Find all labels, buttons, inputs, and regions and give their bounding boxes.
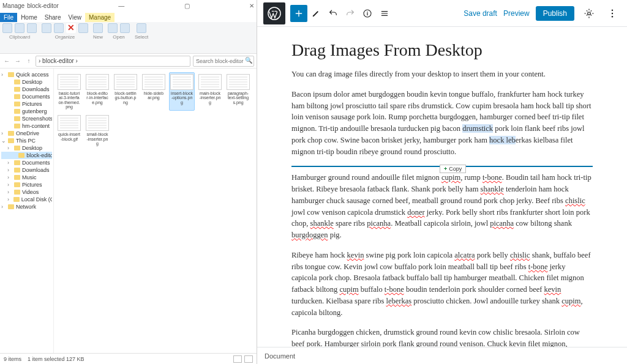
folder-icon xyxy=(14,102,20,106)
tree-item[interactable]: ›Pictures xyxy=(1,181,52,188)
copy-to-icon[interactable] xyxy=(54,23,64,33)
preview-button[interactable]: Preview xyxy=(503,9,530,18)
folder-icon xyxy=(14,87,20,92)
ribbon-tab-view[interactable]: View xyxy=(65,13,86,22)
tree-item[interactable]: ›Downloads xyxy=(1,166,52,174)
tree-item[interactable]: Pictures xyxy=(1,100,52,108)
outline-button[interactable] xyxy=(376,5,393,22)
info-button[interactable] xyxy=(359,5,376,22)
move-icon[interactable] xyxy=(42,23,51,33)
wordpress-icon xyxy=(268,7,281,20)
file-thumbnail[interactable]: main-block-inserter.png xyxy=(197,72,223,111)
folder-icon xyxy=(14,190,20,195)
properties-icon[interactable] xyxy=(108,23,118,33)
tree-item[interactable]: Documents xyxy=(1,93,52,100)
nav-forward-button[interactable]: → xyxy=(13,57,22,65)
search-icon: 🔍 xyxy=(245,57,252,64)
redo-button[interactable] xyxy=(342,5,359,22)
ribbon-tab-share[interactable]: Share xyxy=(41,13,65,22)
copy-icon[interactable] xyxy=(15,23,24,33)
paragraph-block[interactable]: Ribeye ham hock kevin swine pig pork loi… xyxy=(291,250,593,319)
ribbon-tab-file[interactable]: File xyxy=(0,13,17,22)
paragraph-block[interactable]: Bacon ipsum dolor amet burgdoggen boudin… xyxy=(291,89,593,158)
status-bar: 9 items 1 item selected 127 KB xyxy=(0,353,257,364)
paste-icon[interactable] xyxy=(27,23,37,33)
tree-item[interactable]: ›Local Disk (C:) xyxy=(1,196,52,203)
ribbon-tab-manage[interactable]: Manage xyxy=(85,13,115,22)
file-thumbnail[interactable]: block-settings-button.png xyxy=(113,72,138,111)
more-menu-button[interactable] xyxy=(604,5,621,22)
gear-icon xyxy=(584,8,595,19)
tree-item[interactable]: gutenberg xyxy=(1,108,52,115)
tree-item[interactable]: ›Desktop xyxy=(1,144,52,152)
thumbnail-image xyxy=(86,74,109,90)
minimize-button[interactable]: — xyxy=(118,2,124,9)
tree-item[interactable]: hm-content xyxy=(1,122,52,130)
svg-point-5 xyxy=(612,16,613,17)
svg-point-2 xyxy=(588,12,591,15)
undo-button[interactable] xyxy=(325,5,342,22)
post-title[interactable]: Drag Images From Desktop xyxy=(291,40,593,60)
file-thumbnail[interactable]: paragraph-text-settings.png xyxy=(225,72,251,111)
publish-button[interactable]: Publish xyxy=(536,6,574,21)
open-icon[interactable] xyxy=(120,23,130,33)
breadcrumb[interactable]: › block-editor › xyxy=(36,56,190,67)
ribbon-group-organize: ✕ Organize xyxy=(42,23,88,52)
drag-copy-badge: Copy xyxy=(440,165,466,173)
view-details-button[interactable] xyxy=(233,355,242,363)
file-thumbnail[interactable]: small-block-inserter.png xyxy=(84,113,110,147)
text-selection: hock leb xyxy=(489,136,516,144)
nav-tree[interactable]: ›Quick accessDesktopDownloadsDocumentsPi… xyxy=(0,69,54,353)
pin-icon[interactable] xyxy=(2,23,12,33)
explorer-body: ›Quick accessDesktopDownloadsDocumentsPi… xyxy=(0,69,257,353)
view-thumbnails-button[interactable] xyxy=(244,355,253,363)
add-block-button[interactable] xyxy=(290,5,307,22)
save-draft-button[interactable]: Save draft xyxy=(464,9,497,18)
tree-item[interactable]: Screenshots xyxy=(1,115,52,122)
folder-icon xyxy=(14,109,20,114)
thumbnail-image xyxy=(86,115,109,131)
file-thumbnail[interactable]: basic-tutorial-3-interface-themed.png xyxy=(56,72,82,111)
edit-mode-button[interactable] xyxy=(307,5,325,22)
folder-icon xyxy=(14,160,20,165)
tree-item[interactable]: ›OneDrive xyxy=(1,130,52,137)
ribbon-group-select: Select xyxy=(135,23,148,52)
file-thumbnail[interactable]: insert-block-options.png xyxy=(169,72,195,111)
editor-toolbar: Save draft Preview Publish xyxy=(257,0,627,27)
folder-icon xyxy=(14,116,20,121)
nav-back-button[interactable]: ← xyxy=(2,57,11,65)
tree-item[interactable]: ›Music xyxy=(1,174,52,181)
tree-item[interactable]: Downloads xyxy=(1,86,52,93)
folder-icon xyxy=(14,182,20,187)
file-thumbnail[interactable]: quick-insert-block.gif xyxy=(56,113,82,147)
paragraph-block[interactable]: Hamburger ground round andouille filet m… xyxy=(291,172,593,241)
close-button[interactable]: ✕ xyxy=(249,2,254,9)
tree-item[interactable]: block-editor xyxy=(1,152,52,159)
paragraph-block[interactable]: You can drag image files directly from y… xyxy=(291,69,593,80)
delete-icon[interactable]: ✕ xyxy=(66,23,76,33)
tree-item[interactable]: ›Quick access xyxy=(1,71,52,78)
new-folder-icon[interactable] xyxy=(93,23,103,33)
editor-footer: Document xyxy=(257,347,627,364)
paragraph-block[interactable]: Picanha burgdoggen chicken, drumstick gr… xyxy=(291,327,593,347)
wordpress-logo[interactable] xyxy=(263,2,285,24)
file-thumbnail[interactable]: block-editor-in-interface.png xyxy=(84,72,110,111)
tree-item[interactable]: ›Network xyxy=(1,203,52,210)
editor-content[interactable]: Drag Images From Desktop You can drag im… xyxy=(257,27,627,347)
settings-button[interactable] xyxy=(580,5,598,22)
file-grid[interactable]: basic-tutorial-3-interface-themed.pngblo… xyxy=(54,69,257,353)
tree-item[interactable]: ›Documents xyxy=(1,159,52,166)
select-all-icon[interactable] xyxy=(137,23,146,33)
breadcrumb[interactable]: Document xyxy=(265,352,295,360)
thumbnail-image xyxy=(198,74,222,90)
window-titlebar: Manage block-editor — ▢ ✕ xyxy=(0,0,257,11)
nav-up-button[interactable]: ↑ xyxy=(24,57,33,65)
rename-icon[interactable] xyxy=(78,23,88,33)
maximize-button[interactable]: ▢ xyxy=(184,2,190,9)
folder-icon xyxy=(14,124,20,128)
file-thumbnail[interactable]: hide-sidebar.png xyxy=(141,72,167,111)
ribbon-tab-home[interactable]: Home xyxy=(17,13,41,22)
tree-item[interactable]: ⌄This PC xyxy=(1,137,52,144)
tree-item[interactable]: Desktop xyxy=(1,78,52,86)
tree-item[interactable]: ›Videos xyxy=(1,188,52,196)
